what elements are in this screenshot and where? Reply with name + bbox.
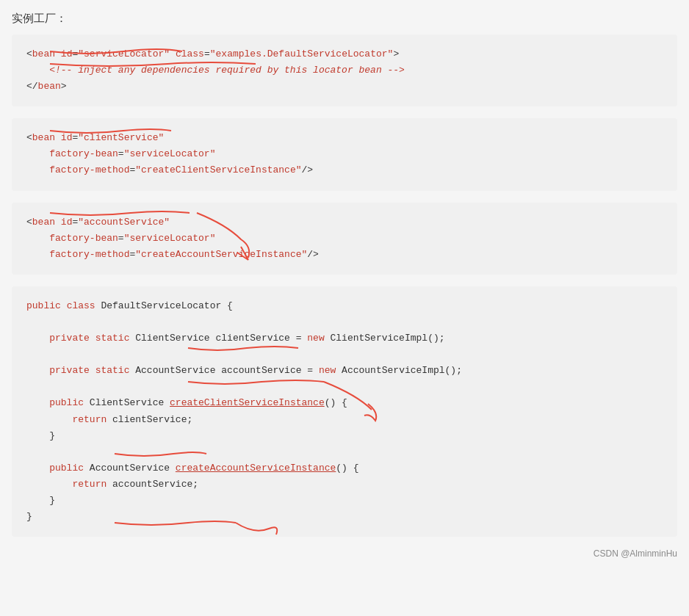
xml-code-pre-2: <bean id="clientService" factory-bean="s…: [26, 130, 663, 178]
xml-code-pre-3: <bean id="accountService" factory-bean="…: [26, 214, 663, 263]
xml-code-pre-1: <bean id="serviceLocator" class="example…: [26, 46, 663, 95]
xml-code-block-3: <bean id="accountService" factory-bean="…: [12, 203, 677, 275]
page-label: 实例工厂：: [12, 12, 677, 26]
xml-code-block-2: <bean id="clientService" factory-bean="s…: [12, 118, 677, 190]
java-code-pre: public class DefaultServiceLocator { pri…: [26, 298, 663, 525]
java-code-block: public class DefaultServiceLocator { pri…: [12, 286, 677, 537]
footer-text: CSDN @AlminminHu: [12, 548, 677, 559]
xml-code-block-1: <bean id="serviceLocator" class="example…: [12, 35, 677, 106]
